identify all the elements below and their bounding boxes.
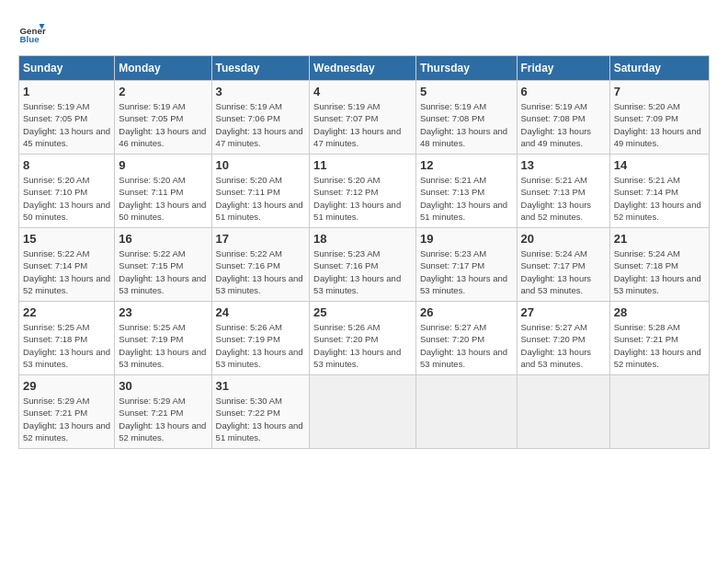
calendar-cell: 7 Sunrise: 5:20 AM Sunset: 7:09 PM Dayli… (609, 81, 709, 155)
day-info: Sunrise: 5:24 AM Sunset: 7:18 PM Dayligh… (614, 247, 705, 296)
calendar-cell: 22 Sunrise: 5:25 AM Sunset: 7:18 PM Dayl… (19, 302, 115, 375)
day-info: Sunrise: 5:22 AM Sunset: 7:16 PM Dayligh… (216, 247, 306, 296)
calendar-cell: 9 Sunrise: 5:20 AM Sunset: 7:11 PM Dayli… (115, 155, 211, 228)
day-info: Sunrise: 5:23 AM Sunset: 7:17 PM Dayligh… (420, 247, 513, 296)
day-info: Sunrise: 5:25 AM Sunset: 7:18 PM Dayligh… (23, 321, 110, 370)
day-number: 15 (23, 232, 110, 246)
calendar-cell: 2 Sunrise: 5:19 AM Sunset: 7:05 PM Dayli… (115, 81, 211, 155)
calendar-table: SundayMondayTuesdayWednesdayThursdayFrid… (18, 55, 710, 449)
weekday-header: Wednesday (310, 56, 416, 81)
calendar-cell: 18 Sunrise: 5:23 AM Sunset: 7:16 PM Dayl… (310, 228, 416, 302)
day-number: 23 (119, 305, 207, 319)
day-info: Sunrise: 5:30 AM Sunset: 7:22 PM Dayligh… (216, 395, 306, 443)
day-number: 29 (23, 379, 110, 393)
day-info: Sunrise: 5:29 AM Sunset: 7:21 PM Dayligh… (23, 395, 110, 443)
page-header: General Blue (18, 18, 710, 46)
calendar-cell: 10 Sunrise: 5:20 AM Sunset: 7:11 PM Dayl… (211, 155, 310, 228)
day-number: 2 (119, 85, 207, 98)
calendar-cell: 25 Sunrise: 5:26 AM Sunset: 7:20 PM Dayl… (310, 302, 416, 375)
weekday-header: Saturday (609, 56, 709, 81)
day-number: 16 (119, 232, 207, 246)
day-info: Sunrise: 5:19 AM Sunset: 7:08 PM Dayligh… (420, 100, 513, 149)
calendar-cell: 24 Sunrise: 5:26 AM Sunset: 7:19 PM Dayl… (211, 302, 310, 375)
day-info: Sunrise: 5:20 AM Sunset: 7:09 PM Dayligh… (614, 100, 705, 149)
day-number: 5 (420, 85, 513, 98)
day-info: Sunrise: 5:22 AM Sunset: 7:14 PM Dayligh… (23, 247, 110, 296)
weekday-header: Monday (115, 56, 211, 81)
calendar-cell: 12 Sunrise: 5:21 AM Sunset: 7:13 PM Dayl… (415, 155, 517, 228)
calendar-cell: 27 Sunrise: 5:27 AM Sunset: 7:20 PM Dayl… (517, 302, 609, 375)
day-info: Sunrise: 5:19 AM Sunset: 7:08 PM Dayligh… (521, 100, 606, 149)
calendar-week-row: 1 Sunrise: 5:19 AM Sunset: 7:05 PM Dayli… (19, 81, 710, 155)
calendar-cell: 26 Sunrise: 5:27 AM Sunset: 7:20 PM Dayl… (415, 302, 517, 375)
logo: General Blue (18, 18, 46, 46)
calendar-body: 1 Sunrise: 5:19 AM Sunset: 7:05 PM Dayli… (19, 81, 710, 449)
weekday-header: Friday (517, 56, 609, 81)
calendar-cell: 3 Sunrise: 5:19 AM Sunset: 7:06 PM Dayli… (211, 81, 310, 155)
calendar-cell: 30 Sunrise: 5:29 AM Sunset: 7:21 PM Dayl… (115, 375, 211, 449)
day-number: 19 (420, 232, 513, 246)
calendar-cell: 4 Sunrise: 5:19 AM Sunset: 7:07 PM Dayli… (310, 81, 416, 155)
day-number: 7 (614, 85, 705, 98)
day-info: Sunrise: 5:19 AM Sunset: 7:05 PM Dayligh… (119, 100, 207, 149)
day-info: Sunrise: 5:22 AM Sunset: 7:15 PM Dayligh… (119, 247, 207, 296)
day-number: 12 (420, 158, 513, 172)
day-info: Sunrise: 5:21 AM Sunset: 7:13 PM Dayligh… (521, 174, 606, 223)
calendar-cell: 31 Sunrise: 5:30 AM Sunset: 7:22 PM Dayl… (211, 375, 310, 449)
day-info: Sunrise: 5:26 AM Sunset: 7:20 PM Dayligh… (313, 321, 412, 370)
calendar-cell (310, 375, 416, 449)
day-info: Sunrise: 5:20 AM Sunset: 7:11 PM Dayligh… (119, 174, 207, 223)
day-number: 1 (23, 85, 110, 98)
day-number: 26 (420, 305, 513, 319)
day-info: Sunrise: 5:27 AM Sunset: 7:20 PM Dayligh… (521, 321, 606, 370)
calendar-week-row: 15 Sunrise: 5:22 AM Sunset: 7:14 PM Dayl… (19, 228, 710, 302)
svg-text:Blue: Blue (20, 34, 40, 44)
day-number: 24 (216, 305, 306, 319)
day-info: Sunrise: 5:19 AM Sunset: 7:05 PM Dayligh… (23, 100, 110, 149)
day-info: Sunrise: 5:23 AM Sunset: 7:16 PM Dayligh… (313, 247, 412, 296)
day-info: Sunrise: 5:29 AM Sunset: 7:21 PM Dayligh… (119, 395, 207, 443)
day-info: Sunrise: 5:21 AM Sunset: 7:14 PM Dayligh… (614, 174, 705, 223)
day-number: 18 (313, 232, 412, 246)
day-number: 14 (614, 158, 705, 172)
day-info: Sunrise: 5:20 AM Sunset: 7:12 PM Dayligh… (313, 174, 412, 223)
calendar-cell: 16 Sunrise: 5:22 AM Sunset: 7:15 PM Dayl… (115, 228, 211, 302)
calendar-cell: 21 Sunrise: 5:24 AM Sunset: 7:18 PM Dayl… (609, 228, 709, 302)
calendar-cell: 23 Sunrise: 5:25 AM Sunset: 7:19 PM Dayl… (115, 302, 211, 375)
day-info: Sunrise: 5:21 AM Sunset: 7:13 PM Dayligh… (420, 174, 513, 223)
calendar-cell: 8 Sunrise: 5:20 AM Sunset: 7:10 PM Dayli… (19, 155, 115, 228)
day-info: Sunrise: 5:28 AM Sunset: 7:21 PM Dayligh… (614, 321, 705, 370)
calendar-cell: 17 Sunrise: 5:22 AM Sunset: 7:16 PM Dayl… (211, 228, 310, 302)
calendar-cell: 13 Sunrise: 5:21 AM Sunset: 7:13 PM Dayl… (517, 155, 609, 228)
day-number: 6 (521, 85, 606, 98)
day-number: 11 (313, 158, 412, 172)
day-number: 13 (521, 158, 606, 172)
weekday-header: Tuesday (211, 56, 310, 81)
day-number: 28 (614, 305, 705, 319)
day-number: 21 (614, 232, 705, 246)
calendar-header-row: SundayMondayTuesdayWednesdayThursdayFrid… (19, 56, 710, 81)
calendar-cell (609, 375, 709, 449)
day-number: 22 (23, 305, 110, 319)
calendar-cell: 20 Sunrise: 5:24 AM Sunset: 7:17 PM Dayl… (517, 228, 609, 302)
calendar-cell: 11 Sunrise: 5:20 AM Sunset: 7:12 PM Dayl… (310, 155, 416, 228)
day-number: 30 (119, 379, 207, 393)
calendar-week-row: 22 Sunrise: 5:25 AM Sunset: 7:18 PM Dayl… (19, 302, 710, 375)
logo-icon: General Blue (18, 18, 46, 46)
day-info: Sunrise: 5:26 AM Sunset: 7:19 PM Dayligh… (216, 321, 306, 370)
day-number: 10 (216, 158, 306, 172)
day-info: Sunrise: 5:20 AM Sunset: 7:11 PM Dayligh… (216, 174, 306, 223)
day-number: 9 (119, 158, 207, 172)
calendar-cell (517, 375, 609, 449)
calendar-cell: 1 Sunrise: 5:19 AM Sunset: 7:05 PM Dayli… (19, 81, 115, 155)
day-info: Sunrise: 5:20 AM Sunset: 7:10 PM Dayligh… (23, 174, 110, 223)
day-number: 27 (521, 305, 606, 319)
weekday-header: Thursday (415, 56, 517, 81)
calendar-cell: 29 Sunrise: 5:29 AM Sunset: 7:21 PM Dayl… (19, 375, 115, 449)
calendar-week-row: 29 Sunrise: 5:29 AM Sunset: 7:21 PM Dayl… (19, 375, 710, 449)
day-info: Sunrise: 5:19 AM Sunset: 7:07 PM Dayligh… (313, 100, 412, 149)
day-info: Sunrise: 5:27 AM Sunset: 7:20 PM Dayligh… (420, 321, 513, 370)
calendar-cell: 14 Sunrise: 5:21 AM Sunset: 7:14 PM Dayl… (609, 155, 709, 228)
weekday-header: Sunday (19, 56, 115, 81)
day-number: 31 (216, 379, 306, 393)
